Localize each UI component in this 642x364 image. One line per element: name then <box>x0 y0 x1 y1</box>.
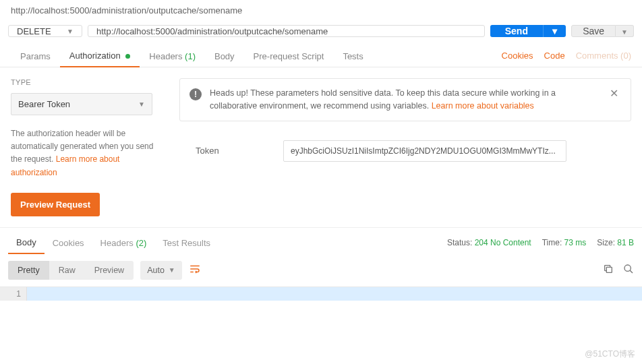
chevron-down-icon: ▼ <box>67 28 74 35</box>
save-dropdown-button[interactable]: ▼ <box>616 25 634 37</box>
status-label: Status: <box>447 238 472 247</box>
tab-prerequest[interactable]: Pre-request Script <box>244 44 334 67</box>
status-value: 204 No Content <box>475 238 531 247</box>
token-label: Token <box>196 146 256 156</box>
rtab-body[interactable]: Body <box>8 232 45 254</box>
token-row: Token <box>179 140 631 162</box>
rtab-testresults[interactable]: Test Results <box>154 233 218 253</box>
search-icon[interactable] <box>623 264 634 276</box>
chevron-down-icon: ▼ <box>550 26 559 36</box>
svg-rect-0 <box>606 268 612 273</box>
format-select[interactable]: Auto ▼ <box>140 261 182 280</box>
breadcrumb: http://localhost:5000/administration/out… <box>0 0 642 22</box>
headers-count: (1) <box>185 51 196 61</box>
tab-params[interactable]: Params <box>11 44 60 67</box>
rtab-headers[interactable]: Headers (2) <box>92 233 155 253</box>
active-dot-icon <box>125 54 130 59</box>
view-preview[interactable]: Preview <box>85 261 134 280</box>
auth-right: ! Heads up! These parameters hold sensit… <box>179 78 631 216</box>
line-gutter: 1 <box>0 287 27 301</box>
size-label: Size: <box>597 238 615 247</box>
banner-learn-more-link[interactable]: Learn more about variables <box>432 101 534 111</box>
info-icon: ! <box>189 88 202 100</box>
auth-type-select[interactable]: Bearer Token ▼ <box>11 93 152 115</box>
svg-point-1 <box>624 265 631 271</box>
tab-label: Authorization <box>69 51 121 61</box>
url-input[interactable] <box>88 25 485 37</box>
request-row: DELETE ▼ Send ▼ Save ▼ <box>0 22 642 44</box>
tab-label: Headers <box>149 51 182 61</box>
auth-note: The authorization header will be automat… <box>11 127 166 179</box>
banner-text: Heads up! These parameters hold sensitiv… <box>210 87 599 113</box>
rtab-label: Headers <box>100 238 134 248</box>
copy-icon[interactable] <box>603 264 614 276</box>
editor-body[interactable] <box>27 287 642 301</box>
auth-panel: TYPE Bearer Token ▼ The authorization he… <box>0 67 642 227</box>
link-code[interactable]: Code <box>544 51 565 61</box>
chevron-down-icon: ▼ <box>169 266 175 274</box>
close-icon[interactable]: ✕ <box>607 87 621 100</box>
response-meta: Status: 204 No Content Time: 73 ms Size:… <box>447 238 634 247</box>
rtab-cookies[interactable]: Cookies <box>45 233 92 253</box>
wrap-line-icon[interactable] <box>189 263 201 277</box>
size-value: 81 B <box>617 238 634 247</box>
token-input[interactable] <box>283 140 566 162</box>
auth-type-value: Bearer Token <box>18 99 70 109</box>
info-banner: ! Heads up! These parameters hold sensit… <box>179 78 631 121</box>
time-value: 73 ms <box>564 238 587 247</box>
response-editor: 1 <box>0 286 642 301</box>
time-label: Time: <box>542 238 562 247</box>
tab-body[interactable]: Body <box>205 44 244 67</box>
send-dropdown-button[interactable]: ▼ <box>543 25 566 37</box>
request-tabs: Params Authorization Headers (1) Body Pr… <box>0 44 642 67</box>
tab-authorization[interactable]: Authorization <box>60 44 140 67</box>
method-value: DELETE <box>17 26 51 36</box>
method-select[interactable]: DELETE ▼ <box>8 25 82 37</box>
save-button[interactable]: Save <box>571 25 616 37</box>
preview-request-button[interactable]: Preview Request <box>11 193 100 216</box>
auth-left: TYPE Bearer Token ▼ The authorization he… <box>11 78 166 216</box>
view-mode-segment: Pretty Raw Preview <box>8 261 134 280</box>
response-toolbar: Pretty Raw Preview Auto ▼ <box>0 254 642 286</box>
response-tabs: Body Cookies Headers (2) Test Results St… <box>0 227 642 254</box>
tab-tests[interactable]: Tests <box>333 44 372 67</box>
view-pretty[interactable]: Pretty <box>8 261 49 280</box>
view-raw[interactable]: Raw <box>49 261 85 280</box>
send-button[interactable]: Send <box>490 25 543 37</box>
rtab-headers-count: (2) <box>136 238 146 248</box>
type-label: TYPE <box>11 78 166 86</box>
link-comments[interactable]: Comments (0) <box>576 51 631 61</box>
watermark: @51CTO博客 <box>585 348 635 360</box>
tab-headers[interactable]: Headers (1) <box>140 44 205 67</box>
chevron-down-icon: ▼ <box>621 28 628 36</box>
link-cookies[interactable]: Cookies <box>502 51 533 61</box>
chevron-down-icon: ▼ <box>138 100 145 108</box>
format-value: Auto <box>147 266 165 275</box>
